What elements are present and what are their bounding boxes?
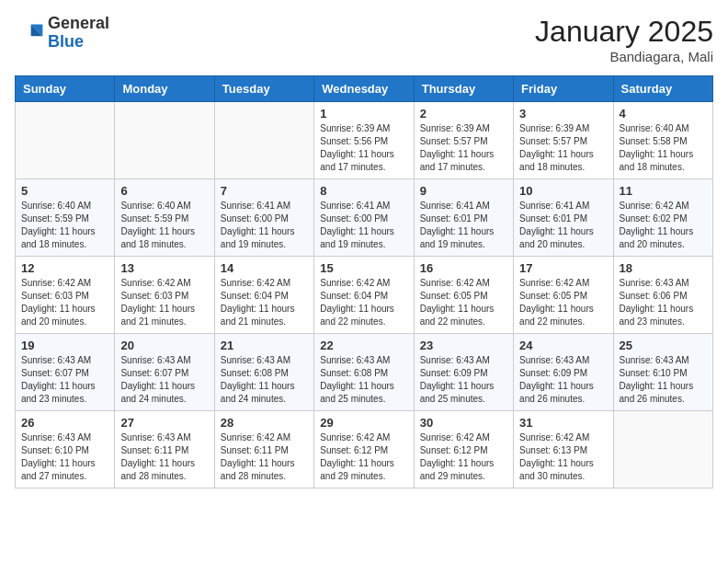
weekday-header-saturday: Saturday (613, 76, 712, 102)
day-info: Sunrise: 6:40 AM Sunset: 5:59 PM Dayligh… (21, 200, 108, 251)
day-number: 24 (519, 339, 607, 352)
page-header: General Blue January 2025 Bandiagara, Ma… (15, 15, 713, 64)
day-number: 31 (519, 416, 607, 430)
calendar-cell: 19Sunrise: 6:43 AM Sunset: 6:07 PM Dayli… (16, 334, 115, 411)
day-number: 7 (221, 184, 308, 198)
title-block: January 2025 Bandiagara, Mali (535, 15, 713, 64)
calendar-cell: 9Sunrise: 6:41 AM Sunset: 6:01 PM Daylig… (414, 179, 513, 257)
logo-blue: Blue (48, 32, 84, 51)
day-number: 6 (120, 184, 208, 198)
day-number: 5 (21, 184, 108, 198)
day-info: Sunrise: 6:43 AM Sunset: 6:08 PM Dayligh… (221, 354, 308, 406)
day-number: 1 (320, 107, 407, 121)
calendar-table: SundayMondayTuesdayWednesdayThursdayFrid… (15, 75, 713, 488)
day-number: 23 (420, 339, 507, 352)
day-info: Sunrise: 6:42 AM Sunset: 6:05 PM Dayligh… (519, 277, 607, 328)
day-info: Sunrise: 6:42 AM Sunset: 6:11 PM Dayligh… (221, 431, 308, 483)
logo-text: General Blue (48, 15, 109, 52)
calendar-cell: 1Sunrise: 6:39 AM Sunset: 5:56 PM Daylig… (314, 102, 414, 179)
day-number: 18 (620, 261, 707, 275)
day-info: Sunrise: 6:43 AM Sunset: 6:09 PM Dayligh… (420, 354, 507, 406)
day-info: Sunrise: 6:42 AM Sunset: 6:04 PM Dayligh… (221, 277, 308, 328)
day-info: Sunrise: 6:43 AM Sunset: 6:07 PM Dayligh… (21, 354, 108, 406)
weekday-header-thursday: Thursday (414, 76, 513, 102)
day-number: 11 (620, 184, 707, 198)
day-number: 22 (320, 339, 407, 352)
day-number: 19 (21, 339, 108, 352)
day-info: Sunrise: 6:40 AM Sunset: 5:58 PM Dayligh… (620, 122, 707, 174)
day-info: Sunrise: 6:43 AM Sunset: 6:09 PM Dayligh… (519, 354, 607, 406)
calendar-body: 1Sunrise: 6:39 AM Sunset: 5:56 PM Daylig… (16, 102, 713, 488)
calendar-cell: 17Sunrise: 6:42 AM Sunset: 6:05 PM Dayli… (514, 257, 613, 334)
calendar-week-1: 1Sunrise: 6:39 AM Sunset: 5:56 PM Daylig… (16, 102, 713, 179)
day-info: Sunrise: 6:43 AM Sunset: 6:07 PM Dayligh… (120, 354, 208, 406)
day-info: Sunrise: 6:43 AM Sunset: 6:11 PM Dayligh… (120, 431, 208, 483)
calendar-cell: 16Sunrise: 6:42 AM Sunset: 6:05 PM Dayli… (414, 257, 513, 334)
day-info: Sunrise: 6:39 AM Sunset: 5:57 PM Dayligh… (420, 122, 507, 174)
weekday-header-friday: Friday (514, 76, 613, 102)
calendar-cell: 24Sunrise: 6:43 AM Sunset: 6:09 PM Dayli… (514, 334, 613, 411)
day-info: Sunrise: 6:42 AM Sunset: 6:05 PM Dayligh… (420, 277, 507, 328)
calendar-week-2: 5Sunrise: 6:40 AM Sunset: 5:59 PM Daylig… (16, 179, 713, 257)
logo-general: General (48, 14, 109, 32)
day-number: 21 (221, 339, 308, 352)
logo: General Blue (15, 15, 109, 52)
day-info: Sunrise: 6:41 AM Sunset: 6:00 PM Dayligh… (320, 200, 407, 251)
calendar-cell: 6Sunrise: 6:40 AM Sunset: 5:59 PM Daylig… (115, 179, 214, 257)
month-title: January 2025 (535, 15, 713, 49)
weekday-header-monday: Monday (115, 76, 214, 102)
calendar-cell: 8Sunrise: 6:41 AM Sunset: 6:00 PM Daylig… (314, 179, 414, 257)
calendar-cell: 22Sunrise: 6:43 AM Sunset: 6:08 PM Dayli… (314, 334, 414, 411)
calendar-cell: 14Sunrise: 6:42 AM Sunset: 6:04 PM Dayli… (214, 257, 313, 334)
calendar-cell: 28Sunrise: 6:42 AM Sunset: 6:11 PM Dayli… (214, 411, 313, 488)
day-number: 4 (620, 107, 707, 121)
day-number: 27 (120, 416, 208, 430)
calendar-week-5: 26Sunrise: 6:43 AM Sunset: 6:10 PM Dayli… (16, 411, 713, 488)
calendar-cell: 30Sunrise: 6:42 AM Sunset: 6:12 PM Dayli… (414, 411, 513, 488)
calendar-cell: 27Sunrise: 6:43 AM Sunset: 6:11 PM Dayli… (115, 411, 214, 488)
day-number: 28 (221, 416, 308, 430)
day-info: Sunrise: 6:42 AM Sunset: 6:13 PM Dayligh… (519, 431, 607, 483)
calendar-cell: 12Sunrise: 6:42 AM Sunset: 6:03 PM Dayli… (16, 257, 115, 334)
calendar-cell: 23Sunrise: 6:43 AM Sunset: 6:09 PM Dayli… (414, 334, 513, 411)
calendar-cell: 13Sunrise: 6:42 AM Sunset: 6:03 PM Dayli… (115, 257, 214, 334)
calendar-cell: 15Sunrise: 6:42 AM Sunset: 6:04 PM Dayli… (314, 257, 414, 334)
calendar-cell: 10Sunrise: 6:41 AM Sunset: 6:01 PM Dayli… (514, 179, 613, 257)
day-number: 9 (420, 184, 507, 198)
day-number: 10 (519, 184, 607, 198)
calendar-cell: 26Sunrise: 6:43 AM Sunset: 6:10 PM Dayli… (16, 411, 115, 488)
day-info: Sunrise: 6:42 AM Sunset: 6:03 PM Dayligh… (120, 277, 208, 328)
day-info: Sunrise: 6:42 AM Sunset: 6:12 PM Dayligh… (420, 431, 507, 483)
day-info: Sunrise: 6:41 AM Sunset: 6:01 PM Dayligh… (519, 200, 607, 251)
calendar-cell: 5Sunrise: 6:40 AM Sunset: 5:59 PM Daylig… (16, 179, 115, 257)
day-number: 13 (120, 261, 208, 275)
day-info: Sunrise: 6:43 AM Sunset: 6:10 PM Dayligh… (21, 431, 108, 483)
day-number: 12 (21, 261, 108, 275)
weekday-header-tuesday: Tuesday (214, 76, 313, 102)
day-number: 14 (221, 261, 308, 275)
calendar-cell: 2Sunrise: 6:39 AM Sunset: 5:57 PM Daylig… (414, 102, 513, 179)
weekday-header-row: SundayMondayTuesdayWednesdayThursdayFrid… (16, 76, 713, 102)
day-number: 30 (420, 416, 507, 430)
day-number: 15 (320, 261, 407, 275)
day-info: Sunrise: 6:43 AM Sunset: 6:06 PM Dayligh… (620, 277, 707, 328)
calendar-cell (613, 411, 712, 488)
day-info: Sunrise: 6:42 AM Sunset: 6:03 PM Dayligh… (21, 277, 108, 328)
calendar-cell (16, 102, 115, 179)
day-info: Sunrise: 6:39 AM Sunset: 5:56 PM Dayligh… (320, 122, 407, 174)
day-number: 16 (420, 261, 507, 275)
day-number: 17 (519, 261, 607, 275)
day-number: 29 (320, 416, 407, 430)
calendar-cell: 3Sunrise: 6:39 AM Sunset: 5:57 PM Daylig… (514, 102, 613, 179)
day-number: 25 (620, 339, 707, 352)
calendar-cell (214, 102, 313, 179)
calendar-cell: 29Sunrise: 6:42 AM Sunset: 6:12 PM Dayli… (314, 411, 414, 488)
day-info: Sunrise: 6:39 AM Sunset: 5:57 PM Dayligh… (519, 122, 607, 174)
day-number: 26 (21, 416, 108, 430)
calendar-cell: 25Sunrise: 6:43 AM Sunset: 6:10 PM Dayli… (613, 334, 712, 411)
calendar-cell: 11Sunrise: 6:42 AM Sunset: 6:02 PM Dayli… (613, 179, 712, 257)
day-info: Sunrise: 6:43 AM Sunset: 6:08 PM Dayligh… (320, 354, 407, 406)
day-info: Sunrise: 6:43 AM Sunset: 6:10 PM Dayligh… (620, 354, 707, 406)
location: Bandiagara, Mali (535, 49, 713, 64)
day-info: Sunrise: 6:41 AM Sunset: 6:00 PM Dayligh… (221, 200, 308, 251)
